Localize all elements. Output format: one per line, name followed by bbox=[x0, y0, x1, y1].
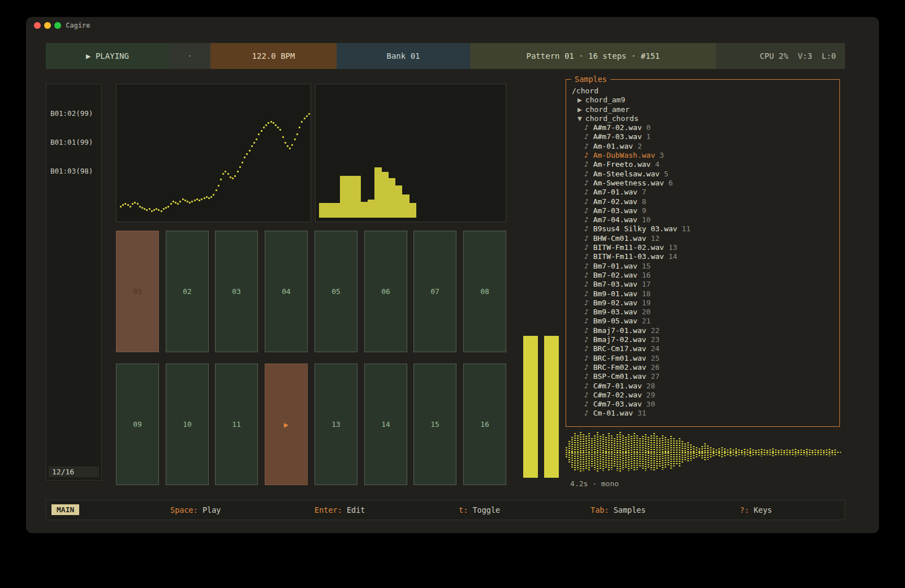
sample-file-row[interactable]: ♪ Cm-01.wav 31 bbox=[572, 409, 834, 418]
sample-file-row[interactable]: ♪ A#m7-02.wav 0 bbox=[572, 123, 834, 132]
scatter-point bbox=[182, 198, 184, 200]
waveform-column bbox=[568, 441, 570, 464]
sample-file-index: 4 bbox=[655, 160, 660, 168]
pad-13[interactable]: 13 bbox=[314, 364, 357, 485]
minimize-window-button[interactable] bbox=[44, 22, 51, 29]
sample-file-index: 2 bbox=[637, 142, 642, 150]
sample-file-name: Bmaj7-02.wav bbox=[593, 335, 651, 344]
pad-15[interactable]: 15 bbox=[413, 364, 456, 485]
scatter-point bbox=[285, 142, 286, 144]
sample-file-index: 26 bbox=[650, 363, 660, 371]
waveform-column bbox=[721, 447, 723, 457]
sample-file-row[interactable]: ♪ Bm7-02.wav 16 bbox=[572, 271, 834, 280]
sample-file-row[interactable]: ♪ Am-Sweetness.wav 6 bbox=[572, 179, 834, 188]
pad-01[interactable]: 01 bbox=[116, 231, 159, 352]
sample-file-row[interactable]: ♪ BRC-Fm02.wav 26 bbox=[572, 363, 834, 372]
zoom-window-button[interactable] bbox=[54, 22, 61, 29]
waveform-column bbox=[766, 450, 768, 455]
sample-file-row[interactable]: ♪ Bm7-01.wav 15 bbox=[572, 262, 834, 271]
window-title: Cagire bbox=[66, 21, 90, 29]
close-window-button[interactable] bbox=[34, 22, 41, 29]
sample-file-row[interactable]: ♪ BRC-Fm01.wav 25 bbox=[572, 354, 834, 363]
pad-09[interactable]: 09 bbox=[116, 364, 159, 485]
music-note-icon: ♪ bbox=[584, 400, 593, 408]
scatter-point bbox=[134, 202, 136, 204]
waveform-column bbox=[704, 443, 706, 461]
folder-chord-chords[interactable]: ▼chord_chords bbox=[572, 114, 834, 123]
music-note-icon: ♪ bbox=[584, 197, 593, 206]
pad-03[interactable]: 03 bbox=[215, 231, 258, 352]
histogram-bar bbox=[326, 203, 333, 218]
pad-10[interactable]: 10 bbox=[166, 364, 209, 485]
sample-file-row[interactable]: ♪ C#m7-01.wav 28 bbox=[572, 382, 834, 391]
sample-file-name: Am7-03.wav bbox=[593, 206, 642, 215]
waveform-column bbox=[795, 449, 796, 456]
folder-label: chord_chords bbox=[585, 114, 639, 123]
sample-file-row[interactable]: ♪ BSP-Cm01.wav 27 bbox=[572, 372, 834, 381]
sample-file-name: Bm7-03.wav bbox=[593, 280, 642, 288]
sample-file-row[interactable]: ♪ Bmaj7-02.wav 23 bbox=[572, 335, 834, 344]
histogram-bar bbox=[402, 194, 409, 218]
sample-file-row[interactable]: ♪ BHW-Cm01.wav 12 bbox=[572, 234, 834, 243]
histogram-bar bbox=[382, 172, 389, 218]
pad-06[interactable]: 06 bbox=[364, 231, 407, 352]
sample-file-row[interactable]: ♪ Am-Freeto.wav 4 bbox=[572, 160, 834, 169]
sample-file-row[interactable]: ♪ BITW-Fm11-03.wav 14 bbox=[572, 252, 834, 261]
scatter-point bbox=[173, 201, 174, 202]
sample-file-row[interactable]: ♪ Am7-03.wav 9 bbox=[572, 206, 834, 215]
sample-file-row[interactable]: ♪ Bm9-01.wav 18 bbox=[572, 289, 834, 299]
waveform-column bbox=[665, 437, 666, 468]
sample-file-row[interactable]: ♪ Am-Steelsaw.wav 5 bbox=[572, 170, 834, 179]
sample-file-row[interactable]: ♪ B9sus4 Silky 03.wav 11 bbox=[572, 224, 834, 234]
sample-file-row[interactable]: ♪ BITW-Fm11-02.wav 13 bbox=[572, 243, 834, 252]
sample-file-row[interactable]: ♪ Am-01.wav 2 bbox=[572, 142, 834, 151]
sample-file-index: 28 bbox=[647, 382, 656, 390]
sample-file-index: 7 bbox=[642, 188, 647, 196]
scatter-point bbox=[306, 115, 308, 117]
pad-05[interactable]: 05 bbox=[314, 231, 357, 352]
waveform-column bbox=[571, 437, 573, 468]
waveform-column bbox=[812, 450, 813, 455]
sample-file-row[interactable]: ♪ Am7-02.wav 8 bbox=[572, 197, 834, 206]
sample-file-row[interactable]: ♪ Bm9-05.wav 21 bbox=[572, 317, 834, 326]
sample-file-name: Am7-02.wav bbox=[593, 197, 642, 206]
sample-file-row[interactable]: ♪ Bm9-03.wav 20 bbox=[572, 308, 834, 317]
sample-file-row[interactable]: ♪ BRC-Cm17.wav 24 bbox=[572, 344, 834, 353]
waveform-column bbox=[577, 435, 579, 470]
pad-12[interactable]: ▶ bbox=[265, 364, 308, 485]
histogram-bar bbox=[395, 185, 402, 218]
sample-file-name: BRC-Cm17.wav bbox=[593, 344, 651, 353]
waveform-column bbox=[642, 436, 644, 469]
folder-chord-amer[interactable]: ▶chord_amer bbox=[572, 105, 834, 114]
sample-file-row[interactable]: ♪ Bm9-02.wav 19 bbox=[572, 299, 834, 308]
sample-file-row[interactable]: ♪ C#m7-02.wav 29 bbox=[572, 391, 834, 400]
pad-16[interactable]: 16 bbox=[463, 364, 506, 485]
waveform-column bbox=[831, 450, 833, 455]
folder-chord-am9[interactable]: ▶chord_am9 bbox=[572, 96, 834, 105]
app-window: Cagire ▶ PLAYING · 122.0 BPM Bank 01 Pat… bbox=[26, 17, 879, 533]
sample-file-row[interactable]: ♪ Bmaj7-01.wav 22 bbox=[572, 326, 834, 335]
scatter-point bbox=[225, 171, 226, 172]
bank-display: Bank 01 bbox=[337, 43, 470, 69]
pad-08[interactable]: 08 bbox=[463, 231, 506, 352]
pad-07[interactable]: 07 bbox=[413, 231, 456, 352]
waveform-column bbox=[619, 432, 621, 473]
sample-file-row[interactable]: ♪ Am-DubWash.wav 3 bbox=[572, 151, 834, 160]
pad-02[interactable]: 02 bbox=[166, 231, 209, 352]
sample-file-name: C#m7-01.wav bbox=[593, 382, 647, 390]
histogram-bar bbox=[347, 176, 354, 218]
sample-file-list: ♪ A#m7-02.wav 0♪ A#m7-03.wav 1♪ Am-01.wa… bbox=[572, 123, 834, 418]
sample-file-row[interactable]: ♪ Am7-04.wav 10 bbox=[572, 215, 834, 224]
waveform-column bbox=[690, 444, 692, 461]
pad-11[interactable]: 11 bbox=[215, 364, 258, 485]
sample-file-row[interactable]: ♪ Bm7-03.wav 17 bbox=[572, 280, 834, 289]
histogram-bar bbox=[389, 178, 395, 218]
sample-file-row[interactable]: ♪ C#m7-03.wav 30 bbox=[572, 400, 834, 409]
pad-14[interactable]: 14 bbox=[364, 364, 407, 485]
sample-file-row[interactable]: ♪ A#m7-03.wav 1 bbox=[572, 132, 834, 141]
sample-file-row[interactable]: ♪ Am7-01.wav 7 bbox=[572, 188, 834, 197]
scatter-point bbox=[239, 166, 241, 168]
samples-browser: Samples /chord ▶chord_am9 ▶chord_amer ▼c… bbox=[566, 79, 840, 427]
pad-04[interactable]: 04 bbox=[265, 231, 308, 352]
scatter-point bbox=[146, 209, 148, 211]
